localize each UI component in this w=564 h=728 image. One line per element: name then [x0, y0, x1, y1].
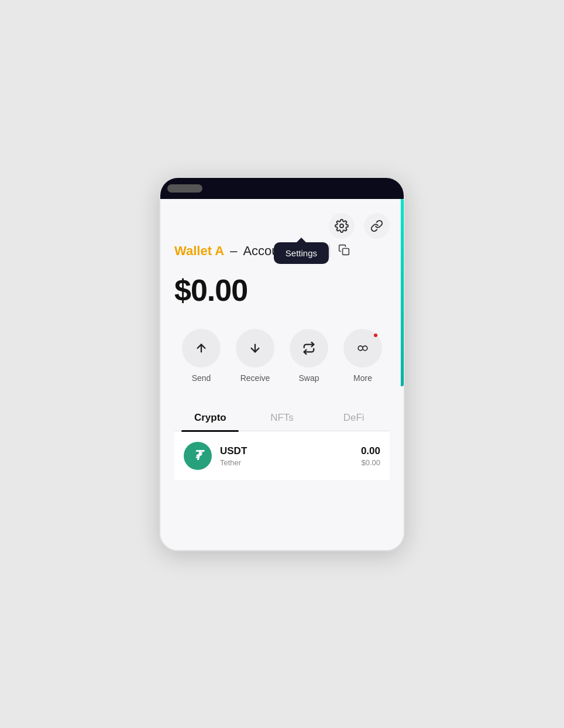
- svg-rect-1: [343, 248, 349, 255]
- gear-icon: [335, 219, 349, 233]
- tabs-row: Crypto NFTs DeFi: [174, 404, 390, 431]
- token-balance-usdt: 0.00 $0.00: [361, 445, 380, 467]
- crypto-list: ₮ USDT Tether 0.00 $0.00: [174, 431, 390, 481]
- receive-button[interactable]: [236, 329, 274, 368]
- action-swap[interactable]: Swap: [290, 329, 328, 383]
- vertical-divider: [329, 245, 330, 257]
- settings-button[interactable]: [329, 213, 355, 239]
- swap-label: Swap: [298, 373, 319, 383]
- top-icons-row: Settings: [174, 213, 390, 239]
- title-bar: [160, 178, 404, 199]
- table-row[interactable]: ₮ USDT Tether 0.00 $0.00: [174, 431, 390, 481]
- receive-arrow-icon: [249, 342, 262, 355]
- swap-icon: [302, 342, 315, 355]
- action-send[interactable]: Send: [182, 329, 221, 383]
- action-more[interactable]: More: [343, 329, 382, 383]
- more-infinity-icon: [355, 342, 370, 355]
- token-info-usdt: USDT Tether: [220, 445, 353, 467]
- link-button[interactable]: [364, 213, 390, 239]
- settings-tooltip: Settings: [274, 242, 329, 264]
- tab-defi[interactable]: DeFi: [318, 404, 390, 431]
- wallet-content: Settings Wallet A – Account 01 ▼: [160, 199, 404, 550]
- token-name: USDT: [220, 445, 353, 457]
- svg-point-0: [340, 224, 343, 228]
- action-buttons: Send Receive: [174, 329, 390, 383]
- wallet-name: Wallet A: [174, 243, 224, 259]
- token-logo-char: ₮: [194, 448, 202, 463]
- receive-label: Receive: [240, 373, 270, 383]
- link-icon: [370, 219, 383, 232]
- send-arrow-icon: [195, 342, 208, 355]
- token-logo-usdt: ₮: [184, 442, 212, 470]
- send-button[interactable]: [182, 329, 221, 368]
- more-notification-dot: [373, 332, 379, 338]
- more-label: More: [353, 373, 372, 383]
- token-subname: Tether: [220, 458, 353, 467]
- swap-button[interactable]: [290, 329, 328, 368]
- balance-display: $0.00: [174, 273, 390, 308]
- copy-address-icon[interactable]: [338, 244, 350, 259]
- teal-accent-bar: [401, 199, 404, 386]
- more-icon-wrap: [343, 329, 382, 368]
- device-frame: Settings Wallet A – Account 01 ▼: [159, 177, 405, 551]
- title-bar-pill: [167, 184, 202, 193]
- copy-icon-svg: [338, 244, 350, 256]
- tab-crypto[interactable]: Crypto: [174, 404, 246, 431]
- action-receive[interactable]: Receive: [236, 329, 274, 383]
- tab-nfts[interactable]: NFTs: [246, 404, 318, 431]
- token-usd-value: $0.00: [361, 458, 380, 467]
- token-amount: 0.00: [361, 445, 380, 457]
- wallet-separator: –: [230, 243, 237, 259]
- send-label: Send: [192, 373, 211, 383]
